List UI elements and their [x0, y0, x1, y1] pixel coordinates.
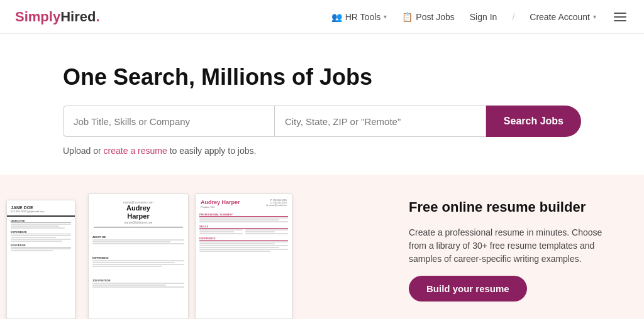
- hamburger-menu-button[interactable]: [611, 10, 629, 24]
- resume-info-title: Free online resume builder: [409, 198, 619, 217]
- rc3-exp-label: EXPERIENCE: [199, 237, 288, 241]
- rc1-body: OBJECTIVE EXPERIENCE EDUCATION: [7, 217, 75, 256]
- hamburger-line-1: [614, 13, 626, 14]
- rc3-summary-label: PROFESSIONAL SUMMARY: [199, 213, 288, 217]
- create-account-link[interactable]: Create Account ▾: [530, 12, 596, 22]
- rc1-line: [11, 227, 65, 229]
- upload-text-before: Upload or: [63, 146, 104, 156]
- hero-section: One Search, Millions of Jobs Search Jobs…: [0, 34, 644, 175]
- rc3-line: [199, 243, 275, 244]
- rc3-line: [245, 231, 275, 232]
- rc1-label-3: EDUCATION: [11, 244, 71, 247]
- rc2-name: AudreyHarper: [94, 204, 183, 220]
- rc1-line: [11, 248, 71, 249]
- location-search-input[interactable]: [274, 106, 486, 137]
- post-jobs-label: Post Jobs: [416, 12, 454, 22]
- rc1-line: [11, 239, 71, 240]
- bottom-section: JANE DOE 123-456-7890 | jd@email.com OBJ…: [0, 175, 644, 319]
- hamburger-line-2: [614, 16, 626, 18]
- rc2-line: [92, 243, 184, 244]
- rc1-section-1: OBJECTIVE: [11, 219, 71, 229]
- rc2-divider: [94, 227, 183, 227]
- rc3-skills-label: SKILLS: [199, 225, 288, 229]
- resume-card-3: Audrey Harper Position Title P: 555-555-…: [195, 193, 292, 319]
- rc3-skills-col2: [245, 229, 289, 235]
- rc1-label-1: OBJECTIVE: [11, 219, 71, 223]
- navbar: SimplyHired. 👥 HR Tools ▾ 📋 Post Jobs Si…: [0, 0, 644, 34]
- rc3-line: [199, 247, 279, 248]
- rc1-section-2: EXPERIENCE: [11, 231, 71, 242]
- rc1-line: [11, 224, 71, 225]
- hero-title: One Search, Millions of Jobs: [63, 64, 581, 90]
- rc3-line: [199, 217, 288, 219]
- rc3-contact: P: 555-555-5555C: 555-555-5555A: name@em…: [266, 199, 287, 207]
- hr-tools-link[interactable]: 👥 HR Tools ▾: [331, 12, 387, 22]
- rc3-line: [199, 251, 270, 252]
- rc1-line: [11, 225, 59, 227]
- rc3-line: [199, 219, 279, 220]
- rc3-line: [199, 245, 288, 246]
- rc3-position: Position Title: [201, 205, 240, 209]
- rc2-body: ABOUT ME EXPERIENCE JOB POSITION: [89, 234, 188, 290]
- rc2-line: [92, 260, 184, 261]
- logo-hired: Hired: [60, 9, 96, 24]
- resume-card-1: JANE DOE 123-456-7890 | jd@email.com OBJ…: [6, 200, 75, 319]
- hr-tools-icon: 👥: [331, 12, 342, 22]
- resume-info-description: Create a professional resume in minutes.…: [409, 226, 619, 266]
- rc1-label-2: EXPERIENCE: [11, 231, 71, 234]
- rc2-line: [92, 283, 184, 284]
- search-bar: Search Jobs: [63, 106, 581, 137]
- rc3-line: [199, 231, 234, 232]
- rc2-line: [92, 264, 184, 265]
- rc2-line: [92, 239, 184, 241]
- rc2-line: [92, 262, 175, 263]
- resume-card-2: name@surname.com AudreyHarper name@fulln…: [88, 193, 189, 319]
- rc1-line: [11, 241, 62, 242]
- rc2-phone-right: name@fullname.me: [94, 220, 183, 224]
- rc1-section-3: EDUCATION: [11, 244, 71, 251]
- upload-text: Upload or create a resume to easily appl…: [63, 146, 581, 156]
- rc3-header: Audrey Harper Position Title P: 555-555-…: [196, 194, 292, 211]
- rc3-line: [245, 229, 289, 231]
- rc2-exp-label: EXPERIENCE: [92, 256, 184, 259]
- rc3-name: Audrey Harper: [201, 199, 240, 205]
- hr-tools-label: HR Tools: [345, 12, 381, 22]
- sign-in-link[interactable]: Sign In: [470, 12, 497, 22]
- rc2-line: [92, 266, 162, 267]
- rc3-name-block: Audrey Harper Position Title: [201, 199, 240, 209]
- rc1-name: JANE DOE: [11, 205, 71, 210]
- rc1-line: [11, 250, 53, 251]
- rc2-header: name@surname.com AudreyHarper name@fulln…: [89, 194, 188, 234]
- rc3-skills-col1: [199, 229, 243, 235]
- rc3-line: [199, 241, 288, 242]
- create-resume-link[interactable]: create a resume: [104, 146, 167, 156]
- logo[interactable]: SimplyHired.: [15, 9, 100, 25]
- rc3-body: PROFESSIONAL SUMMARY SKILLS: [196, 211, 292, 254]
- rc2-line: [92, 286, 184, 288]
- rc3-line: [199, 233, 243, 234]
- rc3-line: [199, 229, 243, 231]
- job-search-input[interactable]: [63, 106, 274, 137]
- hr-tools-chevron-icon: ▾: [384, 13, 387, 20]
- hamburger-line-3: [614, 20, 626, 21]
- rc1-line: [11, 235, 71, 236]
- post-jobs-icon: 📋: [402, 12, 413, 22]
- nav-divider: /: [512, 12, 514, 22]
- resume-info-panel: Free online resume builder Create a prof…: [390, 175, 644, 319]
- rc3-line: [199, 221, 288, 222]
- upload-text-after: to easily apply to jobs.: [167, 146, 257, 156]
- logo-dot: .: [96, 9, 99, 24]
- nav-links: 👥 HR Tools ▾ 📋 Post Jobs Sign In / Creat…: [331, 10, 629, 24]
- rc1-line: [11, 237, 56, 238]
- create-account-chevron-icon: ▾: [593, 13, 596, 20]
- post-jobs-link[interactable]: 📋 Post Jobs: [402, 12, 454, 22]
- search-jobs-button[interactable]: Search Jobs: [486, 106, 581, 137]
- build-resume-button[interactable]: Build your resume: [409, 276, 527, 302]
- rc2-line: [92, 241, 170, 242]
- create-account-label: Create Account: [530, 12, 590, 22]
- rc2-line: [92, 285, 166, 286]
- rc1-header: JANE DOE 123-456-7890 | jd@email.com: [7, 200, 75, 217]
- rc2-about-label: ABOUT ME: [92, 236, 184, 239]
- rc3-skills-row: [199, 229, 288, 235]
- resume-previews: JANE DOE 123-456-7890 | jd@email.com OBJ…: [0, 175, 390, 319]
